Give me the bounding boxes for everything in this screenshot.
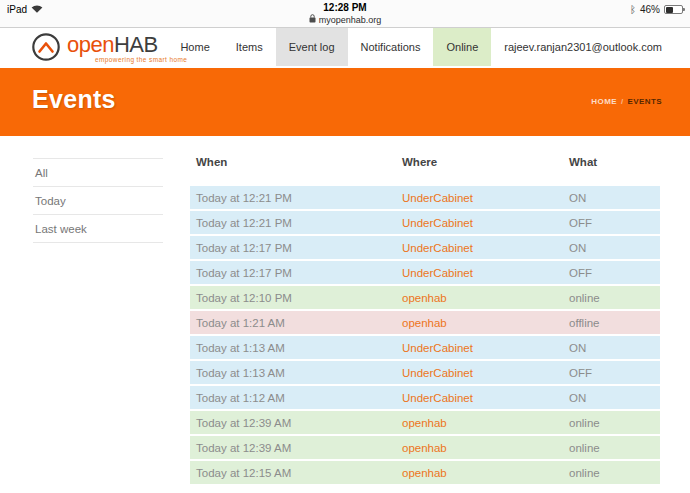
event-where-link[interactable]: UnderCabinet: [402, 192, 473, 204]
event-where-link[interactable]: openhab: [402, 442, 447, 454]
table-row: Today at 12:39 AM openhab online: [190, 411, 660, 434]
event-what: online: [569, 292, 660, 304]
event-when: Today at 12:39 AM: [190, 442, 402, 454]
page-title: Events: [32, 85, 116, 114]
nav-menu: Home Items Event log Notifications Onlin…: [167, 28, 662, 66]
logo-wordmark: openHAB: [67, 34, 158, 56]
battery-icon: [664, 5, 683, 14]
column-header-where: Where: [402, 156, 569, 186]
breadcrumb-home-link[interactable]: HOME: [591, 97, 617, 106]
sidebar-filter-item[interactable]: Today: [33, 186, 163, 214]
nav-item[interactable]: Online: [433, 28, 491, 66]
openhab-logo-icon: [31, 32, 61, 62]
event-when: Today at 12:17 PM: [190, 242, 402, 254]
event-when: Today at 1:13 AM: [190, 367, 402, 379]
main-navbar: openHAB empowering the smart home Home I…: [0, 28, 690, 66]
event-what: ON: [569, 392, 660, 404]
event-what: online: [569, 467, 660, 479]
nav-item[interactable]: Items: [223, 28, 276, 66]
event-what: ON: [569, 192, 660, 204]
event-where-link[interactable]: openhab: [402, 417, 447, 429]
clock: 12:28 PM: [0, 2, 690, 13]
event-when: Today at 12:15 AM: [190, 467, 402, 479]
breadcrumb: HOME/EVENTS: [591, 97, 662, 106]
event-where-link[interactable]: UnderCabinet: [402, 342, 473, 354]
event-where-link[interactable]: UnderCabinet: [402, 242, 473, 254]
event-where-link[interactable]: UnderCabinet: [402, 392, 473, 404]
ipad-status-bar: iPad 12:28 PM myopenhab.org ᛒ 46%: [0, 0, 690, 28]
event-what: ON: [569, 342, 660, 354]
event-where-link[interactable]: UnderCabinet: [402, 367, 473, 379]
table-row: Today at 12:39 AM openhab online: [190, 436, 660, 459]
column-header-what: What: [569, 156, 660, 186]
event-when: Today at 12:10 PM: [190, 292, 402, 304]
event-what: online: [569, 442, 660, 454]
event-where-link[interactable]: openhab: [402, 467, 447, 479]
breadcrumb-current: EVENTS: [628, 97, 662, 106]
event-what: OFF: [569, 367, 660, 379]
table-body: Today at 12:21 PM UnderCabinet ON Today …: [190, 186, 660, 484]
bluetooth-icon: ᛒ: [630, 5, 636, 15]
breadcrumb-separator: /: [621, 97, 624, 106]
event-where-link[interactable]: UnderCabinet: [402, 217, 473, 229]
table-row: Today at 12:21 PM UnderCabinet ON: [190, 186, 660, 209]
event-what: ON: [569, 242, 660, 254]
event-what: OFF: [569, 267, 660, 279]
page-header-banner: Events HOME/EVENTS: [0, 68, 690, 136]
table-row: Today at 12:17 PM UnderCabinet OFF: [190, 261, 660, 284]
lock-icon: [309, 14, 316, 25]
openhab-logo[interactable]: openHAB empowering the smart home: [31, 28, 158, 66]
event-when: Today at 12:17 PM: [190, 267, 402, 279]
table-row: Today at 1:12 AM UnderCabinet ON: [190, 386, 660, 409]
logo-tagline: empowering the smart home: [95, 56, 187, 63]
event-when: Today at 12:39 AM: [190, 417, 402, 429]
event-what: offline: [569, 317, 660, 329]
table-header-row: When Where What: [190, 156, 660, 186]
battery-percent: 46%: [640, 4, 660, 15]
filter-sidebar: All Today Last week: [33, 158, 163, 243]
table-row: Today at 1:13 AM UnderCabinet OFF: [190, 361, 660, 384]
events-table: When Where What Today at 12:21 PM UnderC…: [190, 156, 660, 486]
event-when: Today at 12:21 PM: [190, 217, 402, 229]
event-when: Today at 1:21 AM: [190, 317, 402, 329]
url-text: myopenhab.org: [319, 15, 382, 25]
table-row: Today at 1:21 AM openhab offline: [190, 311, 660, 334]
event-where-link[interactable]: openhab: [402, 292, 447, 304]
table-row: Today at 12:17 PM UnderCabinet ON: [190, 236, 660, 259]
nav-item[interactable]: rajeev.ranjan2301@outlook.com: [491, 28, 662, 66]
nav-item[interactable]: Event log: [276, 28, 348, 66]
table-row: Today at 12:10 PM openhab online: [190, 286, 660, 309]
event-when: Today at 1:13 AM: [190, 342, 402, 354]
event-what: online: [569, 417, 660, 429]
event-when: Today at 1:12 AM: [190, 392, 402, 404]
table-row: Today at 1:13 AM UnderCabinet ON: [190, 336, 660, 359]
event-where-link[interactable]: UnderCabinet: [402, 267, 473, 279]
battery-fill: [666, 7, 674, 13]
sidebar-filter-item[interactable]: All: [33, 158, 163, 186]
table-row: Today at 12:21 PM UnderCabinet OFF: [190, 211, 660, 234]
event-when: Today at 12:21 PM: [190, 192, 402, 204]
column-header-when: When: [190, 156, 402, 186]
event-what: OFF: [569, 217, 660, 229]
address-bar[interactable]: myopenhab.org: [0, 14, 690, 25]
event-where-link[interactable]: openhab: [402, 317, 447, 329]
sidebar-filter-item[interactable]: Last week: [33, 214, 163, 242]
nav-item[interactable]: Notifications: [348, 28, 434, 66]
table-row: Today at 12:15 AM openhab online: [190, 461, 660, 484]
